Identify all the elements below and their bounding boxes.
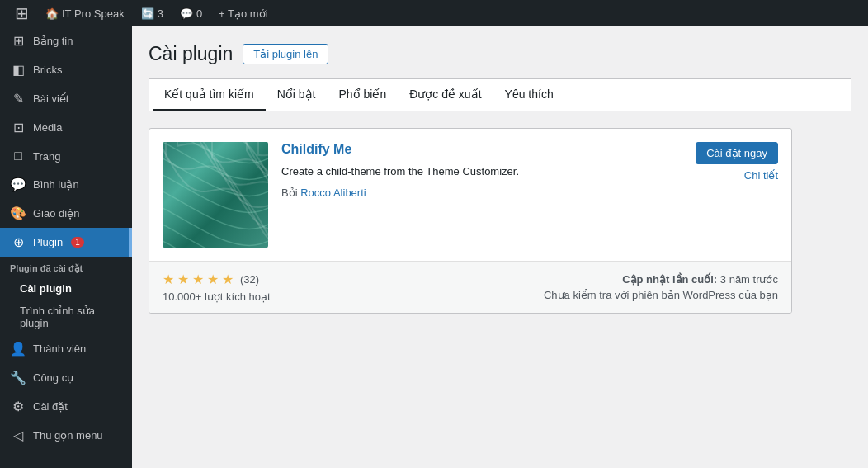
- plugin-card-top: Childify Me Create a child-theme from th…: [149, 129, 791, 262]
- star-rating: ★ ★ ★ ★ ★ (32): [163, 272, 271, 287]
- tabs-container: Kết quả tìm kiếm Nổi bật Phổ biến Được đ…: [149, 78, 851, 111]
- content-area: Cài plugin Tải plugin lên Kết quả tìm ki…: [132, 26, 868, 468]
- plugin-author: Bởi Rocco Aliberti: [281, 187, 682, 199]
- plugin-cards-area: Childify Me Create a child-theme from th…: [149, 128, 851, 314]
- sidebar-label-media: Media: [33, 121, 62, 134]
- add-new-label: + Tạo mới: [219, 7, 267, 20]
- install-now-button[interactable]: Cài đặt ngay: [696, 142, 778, 164]
- sidebar-item-collapse[interactable]: ◁ Thu gọn menu: [0, 421, 132, 450]
- sidebar-item-pages[interactable]: □ Trang: [0, 142, 132, 170]
- site-name-label: IT Pro Speak: [62, 7, 125, 20]
- add-plugin-label: Cài plugin: [20, 282, 72, 295]
- compat-info: Chưa kiểm tra với phiên bản WordPress củ…: [544, 289, 778, 301]
- details-button[interactable]: Chi tiết: [744, 169, 778, 182]
- collapse-icon: ◁: [10, 428, 26, 443]
- sidebar-item-members[interactable]: 👤 Thành viên: [0, 334, 132, 363]
- sidebar: ⊞ Bảng tin ◧ Bricks ✎ Bài viết ⊡ Media □…: [0, 26, 132, 468]
- upload-plugin-button[interactable]: Tải plugin lên: [243, 44, 328, 64]
- sidebar-label-collapse: Thu gọn menu: [33, 429, 103, 442]
- card-bottom-left: ★ ★ ★ ★ ★ (32) 10.000+ lượt kích hoạt: [163, 272, 271, 303]
- comments-button[interactable]: 💬 0: [172, 0, 210, 26]
- last-updated: Cập nhật lần cuối: 3 năm trước: [544, 273, 778, 286]
- sidebar-label-appearance: Giao diện: [33, 207, 79, 220]
- site-name-button[interactable]: 🏠 IT Pro Speak: [37, 0, 133, 26]
- author-link[interactable]: Rocco Aliberti: [300, 187, 366, 199]
- plugins-icon: ⊕: [10, 234, 26, 250]
- plugin-description: Create a child-theme from the Theme Cust…: [281, 163, 682, 180]
- comments-icon: 💬: [180, 7, 193, 20]
- bricks-icon: ◧: [10, 62, 26, 78]
- active-indicator: [129, 228, 132, 257]
- author-prefix: Bởi: [281, 187, 298, 199]
- sidebar-item-dashboard[interactable]: ⊞ Bảng tin: [0, 26, 132, 55]
- home-icon: 🏠: [45, 7, 59, 20]
- tab-featured[interactable]: Nổi bật: [266, 79, 328, 111]
- plugin-name: Childify Me: [281, 142, 682, 157]
- admin-bar: ⊞ 🏠 IT Pro Speak 🔄 3 💬 0 + Tạo mới: [0, 0, 868, 26]
- main-layout: ⊞ Bảng tin ◧ Bricks ✎ Bài viết ⊡ Media □…: [0, 26, 868, 468]
- updates-icon: 🔄: [141, 7, 154, 20]
- sidebar-item-media[interactable]: ⊡ Media: [0, 113, 132, 142]
- star-2: ★: [177, 272, 189, 287]
- sidebar-item-settings[interactable]: ⚙ Cài đặt: [0, 392, 132, 421]
- sidebar-sub-item-plugin-editor[interactable]: Trình chỉnh sửa plugin: [0, 300, 132, 334]
- pages-icon: □: [10, 149, 26, 163]
- plugin-section-label: Plugin đã cài đặt: [0, 257, 132, 277]
- downloads-count: 10.000+ lượt kích hoạt: [163, 291, 271, 303]
- plugin-editor-label: Trình chỉnh sửa plugin: [20, 305, 122, 329]
- media-icon: ⊡: [10, 120, 26, 135]
- sidebar-sub-item-add-plugin[interactable]: Cài plugin: [0, 277, 132, 300]
- rating-count: (32): [240, 273, 259, 286]
- comments-sidebar-icon: 💬: [10, 177, 26, 192]
- star-1: ★: [163, 272, 174, 287]
- sidebar-label-tools: Công cụ: [33, 371, 73, 384]
- sidebar-label-settings: Cài đặt: [33, 400, 68, 413]
- sidebar-label-members: Thành viên: [33, 343, 86, 355]
- sidebar-label-comments: Bình luận: [33, 178, 79, 191]
- wp-logo-icon: ⊞: [15, 3, 29, 23]
- plugin-thumbnail: [163, 142, 268, 248]
- plugin-info: Childify Me Create a child-theme from th…: [281, 142, 682, 248]
- posts-icon: ✎: [10, 91, 26, 106]
- members-icon: 👤: [10, 341, 26, 357]
- plugins-badge: 1: [71, 237, 84, 248]
- tools-icon: 🔧: [10, 370, 26, 385]
- page-title: Cài plugin: [149, 43, 233, 65]
- sidebar-item-tools[interactable]: 🔧 Công cụ: [0, 363, 132, 392]
- sidebar-item-posts[interactable]: ✎ Bài viết: [0, 84, 132, 113]
- appearance-icon: 🎨: [10, 206, 26, 221]
- page-title-row: Cài plugin Tải plugin lên: [149, 43, 851, 65]
- sidebar-label-bricks: Bricks: [33, 64, 62, 76]
- star-3: ★: [192, 272, 204, 287]
- wp-logo-button[interactable]: ⊞: [7, 0, 37, 26]
- star-4: ★: [207, 272, 219, 287]
- tab-recommended[interactable]: Được đề xuất: [398, 79, 493, 111]
- tab-favorites[interactable]: Yêu thích: [493, 79, 565, 111]
- card-bottom-right: Cập nhật lần cuối: 3 năm trước Chưa kiểm…: [544, 273, 778, 301]
- plugin-thumbnail-image: [163, 142, 268, 248]
- sidebar-item-comments[interactable]: 💬 Bình luận: [0, 170, 132, 199]
- add-new-button[interactable]: + Tạo mới: [210, 0, 276, 26]
- sidebar-item-appearance[interactable]: 🎨 Giao diện: [0, 199, 132, 228]
- last-updated-label: Cập nhật lần cuối:: [622, 273, 717, 286]
- sidebar-label-pages: Trang: [33, 150, 60, 163]
- plugin-actions: Cài đặt ngay Chi tiết: [696, 142, 778, 248]
- settings-icon: ⚙: [10, 399, 26, 414]
- tabs-bar: Kết quả tìm kiếm Nổi bật Phổ biến Được đ…: [149, 79, 851, 111]
- sidebar-item-plugins[interactable]: ⊕ Plugin 1: [0, 228, 132, 257]
- last-updated-value: 3 năm trước: [720, 273, 778, 286]
- sidebar-label-posts: Bài viết: [33, 92, 68, 105]
- comments-count: 0: [196, 7, 202, 20]
- plugin-card-childify: Childify Me Create a child-theme from th…: [149, 128, 792, 314]
- tab-search-results[interactable]: Kết quả tìm kiếm: [153, 79, 266, 111]
- sidebar-label-plugins: Plugin: [33, 236, 63, 248]
- sidebar-item-bricks[interactable]: ◧ Bricks: [0, 55, 132, 84]
- sidebar-label-dashboard: Bảng tin: [33, 35, 73, 47]
- dashboard-icon: ⊞: [10, 33, 26, 49]
- updates-count: 3: [158, 7, 163, 20]
- plugin-card-bottom: ★ ★ ★ ★ ★ (32) 10.000+ lượt kích hoạt Cậ…: [149, 262, 791, 313]
- star-half: ★: [222, 272, 234, 287]
- tab-popular[interactable]: Phổ biến: [327, 79, 398, 111]
- updates-button[interactable]: 🔄 3: [133, 0, 172, 26]
